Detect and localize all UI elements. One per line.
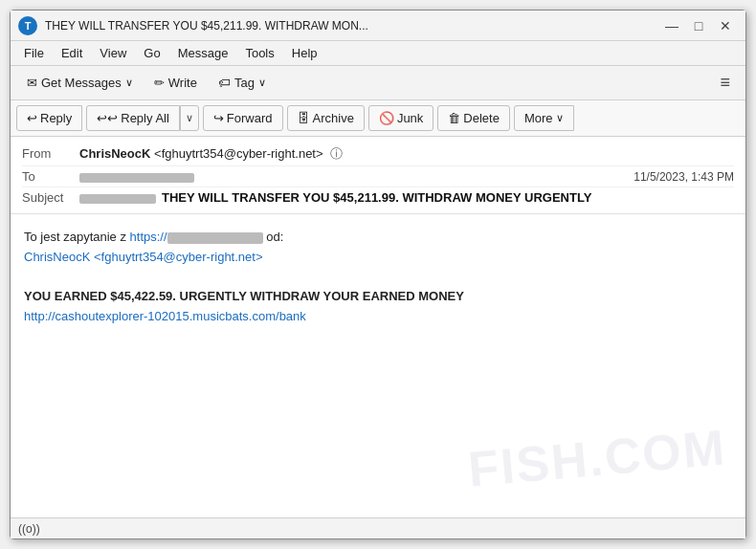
link1-redacted [167, 232, 263, 244]
reply-label: Reply [40, 111, 72, 125]
archive-label: Archive [313, 111, 354, 125]
more-button[interactable]: More ∨ [514, 105, 574, 131]
reply-all-icon: ↩↩ [97, 111, 118, 125]
email-header: From ChrisNeocK <fghuytrt354@cyber-right… [11, 137, 745, 214]
hamburger-menu-icon[interactable]: ≡ [712, 69, 738, 97]
archive-icon: 🗄 [298, 111, 310, 125]
reply-icon: ↩ [27, 111, 37, 125]
watermark: FISH.COM [465, 407, 729, 509]
from-name: ChrisNeocK [79, 146, 150, 161]
tag-icon: 🏷 [218, 76, 231, 90]
from-email: <fghuytrt354@cyber-right.net> [154, 146, 323, 161]
window-title: THEY WILL TRANSFER YOU $45,211.99. WITHD… [45, 19, 659, 33]
subject-label: Subject [22, 190, 79, 205]
close-button[interactable]: ✕ [713, 13, 738, 38]
delete-button[interactable]: 🗑 Delete [437, 105, 510, 131]
more-label: More [524, 111, 553, 125]
app-icon: T [18, 16, 37, 35]
subject-row: Subject THEY WILL TRANSFER YOU $45,211.9… [22, 187, 734, 208]
action-bar: ↩ Reply ↩↩ Reply All ∨ ↪ Forward 🗄 Archi… [11, 100, 745, 137]
to-label: To [22, 169, 79, 184]
body-paragraph-2: YOU EARNED $45,422.59. URGENTLY WITHDRAW… [24, 287, 732, 327]
to-row: To 11/5/2023, 1:43 PM [22, 166, 734, 187]
from-label: From [22, 146, 79, 161]
archive-button[interactable]: 🗄 Archive [287, 105, 365, 131]
app-icon-letter: T [25, 20, 32, 32]
body-line1-prefix: To jest zapytanie z [24, 230, 130, 244]
forward-label: Forward [227, 111, 273, 125]
write-label: Write [168, 76, 197, 90]
window-controls: — □ ✕ [659, 13, 738, 38]
email-date: 11/5/2023, 1:43 PM [634, 170, 734, 184]
reply-all-button[interactable]: ↩↩ Reply All [86, 105, 180, 131]
reply-button[interactable]: ↩ Reply [16, 105, 82, 131]
menu-bar: File Edit View Go Message Tools Help [11, 41, 745, 66]
body-link-1[interactable]: https:// [130, 230, 263, 244]
junk-label: Junk [397, 111, 423, 125]
body-line1-suffix: od: [266, 230, 283, 244]
body-line3: YOU EARNED $45,422.59. URGENTLY WITHDRAW… [24, 289, 464, 303]
get-messages-icon: ✉ [27, 76, 37, 90]
forward-icon: ↪ [213, 111, 224, 125]
menu-help[interactable]: Help [284, 44, 325, 62]
get-messages-button[interactable]: ✉ Get Messages ∨ [18, 71, 142, 95]
body-paragraph-1: To jest zapytanie z https:// od: ChrisNe… [24, 228, 732, 268]
reply-group: ↩ Reply [16, 105, 82, 131]
forward-button[interactable]: ↪ Forward [203, 105, 283, 131]
get-messages-dropdown-icon[interactable]: ∨ [125, 77, 133, 89]
from-row: From ChrisNeocK <fghuytrt354@cyber-right… [22, 143, 734, 166]
reply-all-label: Reply All [121, 111, 169, 125]
body-sender-email-link[interactable]: ChrisNeocK <fghuytrt354@cyber-right.net> [24, 250, 263, 264]
body-line2-name: ChrisNeocK [24, 250, 90, 264]
subject-value: THEY WILL TRANSFER YOU $45,211.99. WITHD… [79, 190, 734, 205]
tag-label: Tag [234, 76, 255, 90]
delete-icon: 🗑 [448, 111, 460, 125]
tag-dropdown-icon[interactable]: ∨ [258, 77, 266, 89]
more-dropdown-icon: ∨ [556, 112, 564, 124]
reply-all-dropdown[interactable]: ∨ [180, 105, 199, 131]
menu-message[interactable]: Message [170, 44, 236, 62]
menu-tools[interactable]: Tools [237, 44, 281, 62]
from-value: ChrisNeocK <fghuytrt354@cyber-right.net>… [79, 145, 734, 163]
write-button[interactable]: ✏ Write [145, 71, 206, 95]
body-link2-text: http://cashoutexplorer-102015.musicbats.… [24, 309, 306, 323]
title-bar: T THEY WILL TRANSFER YOU $45,211.99. WIT… [11, 11, 745, 41]
to-value [79, 169, 634, 184]
delete-label: Delete [463, 111, 500, 125]
to-redacted [79, 173, 194, 183]
menu-go[interactable]: Go [136, 44, 167, 62]
body-link-2[interactable]: http://cashoutexplorer-102015.musicbats.… [24, 309, 306, 323]
write-icon: ✏ [154, 76, 165, 90]
contact-icon[interactable]: ⓘ [330, 146, 343, 161]
email-window: T THEY WILL TRANSFER YOU $45,211.99. WIT… [10, 10, 746, 539]
menu-edit[interactable]: Edit [54, 44, 90, 62]
reply-all-group: ↩↩ Reply All ∨ [86, 105, 199, 131]
main-toolbar: ✉ Get Messages ∨ ✏ Write 🏷 Tag ∨ ≡ [11, 66, 745, 100]
email-body: To jest zapytanie z https:// od: ChrisNe… [11, 214, 745, 517]
subject-text: THEY WILL TRANSFER YOU $45,211.99. WITHD… [162, 190, 591, 205]
junk-button[interactable]: 🚫 Junk [368, 105, 434, 131]
minimize-button[interactable]: — [659, 13, 684, 38]
menu-file[interactable]: File [16, 44, 52, 62]
junk-icon: 🚫 [379, 111, 394, 125]
maximize-button[interactable]: □ [686, 13, 711, 38]
menu-view[interactable]: View [92, 44, 134, 62]
subject-redacted [79, 194, 156, 204]
connection-status-icon: ((o)) [18, 522, 40, 536]
body-line2-email: <fghuytrt354@cyber-right.net> [94, 250, 263, 264]
get-messages-label: Get Messages [41, 76, 122, 90]
status-bar: ((o)) [11, 517, 745, 538]
tag-button[interactable]: 🏷 Tag ∨ [210, 71, 275, 95]
more-group: More ∨ [514, 105, 574, 131]
